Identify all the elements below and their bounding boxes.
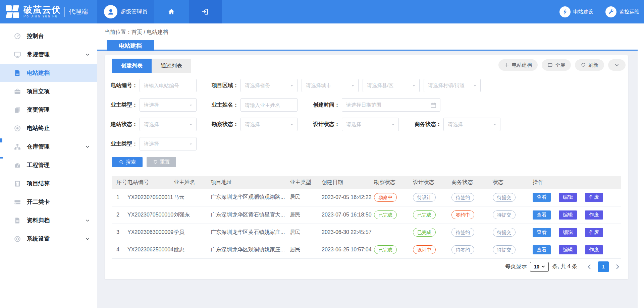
col-created: 创建日期 — [322, 176, 374, 189]
page-tab[interactable]: 电站建档 — [107, 40, 154, 51]
status-badge: 待提交 — [493, 193, 516, 202]
province-select[interactable]: 请选择省份 — [240, 79, 298, 92]
table-row: 2 YX2023070500010 刘强东 广东深圳龙华区黄石镇星官大... 居… — [112, 206, 621, 224]
void-button[interactable]: 作废 — [585, 245, 603, 254]
add-station-button[interactable]: 电站建档 — [498, 59, 538, 71]
table-header-row: 序号 电站编号 业主姓名 项目地址 业主类型 创建日期 勘察状态 设计状态 商务… — [112, 176, 621, 189]
cell-owner-name: 马云 — [174, 189, 211, 206]
cell-owner-type: 居民 — [290, 206, 322, 224]
home-icon — [167, 8, 175, 16]
cell-station-code: YX2023070500010 — [127, 206, 174, 224]
user-menu[interactable]: 超级管理员 — [97, 0, 154, 23]
edit-button[interactable]: 编辑 — [559, 210, 577, 220]
owner-type-select-2[interactable]: 请选择 — [140, 137, 197, 150]
col-owner-name: 业主姓名 — [174, 176, 211, 189]
county-select[interactable]: 请选择县/区 — [363, 79, 420, 92]
col-status: 状态 — [493, 176, 533, 189]
reset-button[interactable]: 重置 — [147, 157, 176, 167]
sidebar-item-monitor[interactable]: 常规管理 — [0, 45, 97, 64]
view-button[interactable]: 查看 — [533, 193, 551, 202]
date-range-input[interactable]: 请选择日期范围 — [342, 98, 440, 112]
edit-button[interactable]: 编辑 — [559, 245, 577, 254]
sidebar-item-archive[interactable]: 资料归档 — [0, 211, 97, 230]
owner-name-input[interactable] — [240, 98, 298, 112]
survey-status-select[interactable]: 请选择 — [240, 118, 298, 131]
fullscreen-button[interactable]: 全屏 — [542, 59, 571, 71]
edit-button[interactable]: 编辑 — [559, 193, 577, 202]
cell-created: 2023-06-30 22:45:57 — [322, 224, 374, 241]
next-page-button[interactable] — [614, 263, 621, 270]
caret-down-icon — [289, 122, 294, 127]
tab-create-list[interactable]: 创建列表 — [112, 59, 152, 73]
cell-owner-name: 刘强东 — [174, 206, 211, 224]
home-button[interactable] — [154, 0, 189, 23]
build-status-select[interactable]: 请选择 — [140, 118, 197, 131]
sidebar-item-calculator[interactable]: 项目结算 — [0, 174, 97, 193]
cell-owner-name: 姚忠 — [174, 241, 211, 258]
page-number-1[interactable]: 1 — [598, 261, 609, 272]
status-badge: 待提交 — [493, 210, 516, 219]
station-no-input[interactable] — [140, 79, 197, 92]
per-page-label: 每页显示 — [505, 263, 527, 270]
refresh-button[interactable]: 刷新 — [575, 59, 604, 71]
reset-icon — [153, 160, 158, 165]
nav-station-build[interactable]: 电站建设 — [559, 6, 593, 17]
prev-page-button[interactable] — [586, 263, 593, 270]
cell-owner-type: 居民 — [290, 189, 322, 206]
logout-button[interactable] — [189, 0, 222, 23]
card-icon — [13, 198, 21, 206]
cell-design-status: 待设计 — [413, 189, 451, 206]
filter-build-status: 建站状态： 请选择 — [109, 118, 197, 131]
status-badge: 已完成 — [413, 228, 436, 237]
cell-created: 2023-07-05 16:18:50 — [322, 206, 374, 224]
col-business-status: 商务状态 — [451, 176, 493, 189]
filter-station-no: 电站编号： — [109, 79, 197, 92]
caret-down-icon — [189, 103, 193, 108]
edit-button[interactable]: 编辑 — [559, 228, 577, 237]
view-button[interactable]: 查看 — [533, 245, 551, 254]
cell-address: 广东深圳龙华区观澜镇观湖路... — [211, 189, 290, 206]
caret-down-icon — [351, 83, 355, 88]
void-button[interactable]: 作废 — [585, 210, 603, 220]
sidebar-item-document[interactable]: 电站建档 — [0, 64, 97, 82]
collapse-toolbar-button[interactable] — [608, 59, 626, 71]
business-status-select[interactable]: 请选择 — [443, 118, 500, 131]
status-badge: 待签约 — [451, 193, 474, 202]
sidebar-item-sitemap[interactable]: 仓库管理 — [0, 137, 97, 156]
sidebar-item-label: 变更管理 — [27, 106, 50, 114]
filter-actions: 搜索 重置 — [112, 157, 628, 167]
cell-owner-name: 学员 — [174, 224, 211, 241]
filter-row: 业主类型： 请选择 业主姓名： 创建时间： 请选择日期范围 — [105, 98, 621, 112]
window-scrollbar[interactable] — [638, 23, 644, 308]
sidebar-item-label: 电站建档 — [27, 69, 50, 77]
tab-passed-list[interactable]: 通过列表 — [152, 59, 191, 73]
view-button[interactable]: 查看 — [533, 228, 551, 237]
cell-design-status: 设计中 — [413, 241, 451, 258]
sidebar-item-card[interactable]: 开二类卡 — [0, 193, 97, 211]
design-status-select[interactable]: 请选择 — [342, 118, 399, 131]
nav-monitor-ops[interactable]: 监控运维 — [605, 6, 639, 17]
logo-subtitle: Po Jian Yun Fu — [23, 14, 61, 18]
city-select[interactable]: 请选择城市 — [302, 79, 359, 92]
logo-title: 破茧云伏 — [23, 5, 61, 14]
owner-type-select[interactable]: 请选择 — [140, 98, 197, 112]
sidebar-item-stop-circle[interactable]: 电站终止 — [0, 119, 97, 137]
cell-station-code: YX2023062500004 — [127, 241, 174, 258]
sidebar-item-dashboard[interactable]: 控制台 — [0, 27, 97, 45]
sidebar-item-copy[interactable]: 变更管理 — [0, 101, 97, 119]
filter-business-status: 商务状态： 请选择 — [413, 118, 500, 131]
per-page-select[interactable]: 10 — [530, 262, 549, 272]
sidebar-item-briefcase[interactable]: 项目立项 — [0, 82, 97, 101]
status-badge: 勘察中 — [374, 193, 397, 202]
town-select[interactable]: 请选择村镇/街道 — [424, 79, 481, 92]
sidebar-item-gauge[interactable]: 工程管理 — [0, 156, 97, 174]
cell-survey-status: 已完成 — [374, 241, 413, 258]
void-button[interactable]: 作废 — [585, 193, 603, 202]
cell-created: 2023-06-25 10:57:04 — [322, 241, 374, 258]
logo-icon — [5, 5, 19, 19]
view-button[interactable]: 查看 — [533, 210, 551, 220]
void-button[interactable]: 作废 — [585, 228, 603, 237]
search-button[interactable]: 搜索 — [112, 157, 143, 167]
sidebar-item-settings[interactable]: 系统设置 — [0, 230, 97, 248]
copy-icon — [13, 106, 21, 114]
